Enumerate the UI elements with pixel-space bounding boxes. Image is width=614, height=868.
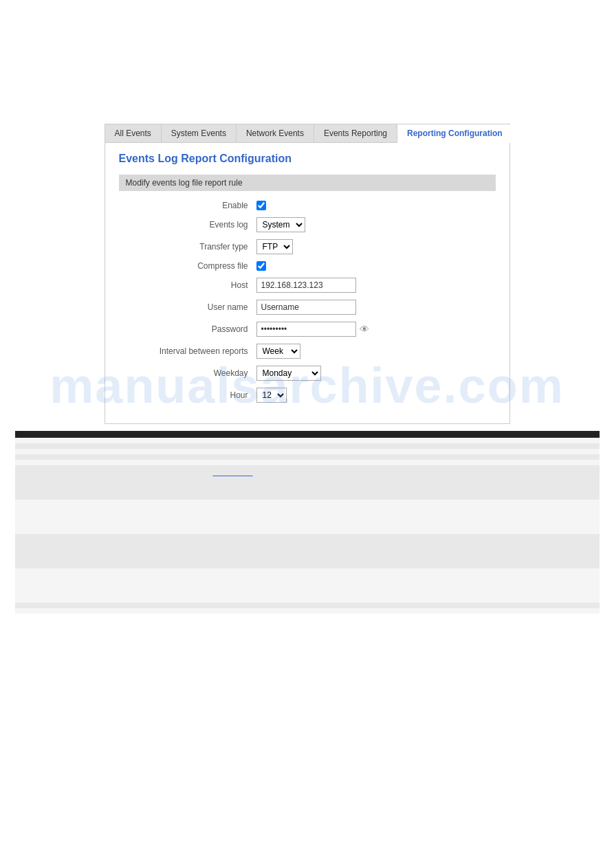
username-label: User name <box>119 302 256 312</box>
hour-select[interactable]: 12 123 456 789 101113 141516 171819 2021… <box>256 388 287 403</box>
cell-num <box>15 608 36 614</box>
password-wrapper: 👁 <box>256 322 369 337</box>
cell-num <box>15 449 36 454</box>
col-header-num <box>15 431 36 438</box>
password-row: Password 👁 <box>119 322 496 337</box>
cell-cat <box>36 534 111 568</box>
table-row <box>15 465 600 500</box>
cell-sub <box>111 460 208 465</box>
col-header-sub <box>111 431 208 438</box>
compress-file-checkbox[interactable] <box>256 261 266 271</box>
cell-desc <box>208 438 600 443</box>
interval-label: Interval between reports <box>119 346 256 356</box>
table-row <box>15 454 600 460</box>
col-header-desc <box>208 431 600 438</box>
cell-cat <box>36 443 111 449</box>
table-row <box>15 443 600 449</box>
cell-num <box>15 438 36 443</box>
show-password-icon[interactable]: 👁 <box>360 324 369 335</box>
cell-num <box>15 534 36 568</box>
table-row <box>15 460 600 465</box>
cell-sub <box>111 449 208 454</box>
cell-sub <box>111 438 208 443</box>
weekday-label: Weekday <box>119 368 256 378</box>
password-label: Password <box>119 324 256 334</box>
cell-desc <box>208 500 600 534</box>
cell-desc <box>208 465 600 500</box>
table-link[interactable] <box>213 468 253 476</box>
cell-desc <box>208 454 600 460</box>
enable-row: Enable <box>119 201 496 210</box>
table-row <box>15 438 600 443</box>
username-row: User name <box>119 300 496 315</box>
cell-num <box>15 603 36 608</box>
cell-desc <box>208 534 600 568</box>
cell-sub <box>111 454 208 460</box>
cell-cat <box>36 460 111 465</box>
cell-cat <box>36 465 111 500</box>
bottom-table <box>15 431 600 614</box>
tab-reporting-configuration[interactable]: Reporting Configuration <box>397 124 512 143</box>
cell-cat <box>36 603 111 608</box>
cell-num <box>15 454 36 460</box>
tab-bar: All Events System Events Network Events … <box>105 124 509 143</box>
weekday-row: Weekday Monday Tuesday Wednesday Thursda… <box>119 366 496 381</box>
enable-checkbox[interactable] <box>256 201 266 210</box>
section-header: Modify events log file report rule <box>119 175 496 191</box>
cell-sub <box>111 465 208 500</box>
transfer-type-select[interactable]: FTP <box>256 239 293 254</box>
panel-title: Events Log Report Configuration <box>119 153 496 165</box>
compress-file-row: Compress file <box>119 261 496 271</box>
table-row <box>15 608 600 614</box>
panel-body: Events Log Report Configuration Modify e… <box>105 143 509 423</box>
cell-sub <box>111 534 208 568</box>
cell-cat <box>36 568 111 603</box>
cell-desc <box>208 568 600 603</box>
cell-num <box>15 500 36 534</box>
cell-cat <box>36 500 111 534</box>
cell-sub <box>111 443 208 449</box>
enable-label: Enable <box>119 201 256 210</box>
table-row <box>15 449 600 454</box>
weekday-select[interactable]: Monday Tuesday Wednesday Thursday Friday… <box>256 366 321 381</box>
cell-desc <box>208 603 600 608</box>
tab-system-events[interactable]: System Events <box>162 124 237 142</box>
cell-desc <box>208 460 600 465</box>
cell-num <box>15 460 36 465</box>
cell-num <box>15 443 36 449</box>
cell-cat <box>36 454 111 460</box>
hour-row: Hour 12 123 456 789 101113 141516 171819… <box>119 388 496 403</box>
table-row <box>15 534 600 568</box>
tab-all-events[interactable]: All Events <box>105 124 162 142</box>
bottom-table-area <box>15 431 600 614</box>
cell-sub <box>111 500 208 534</box>
cell-cat <box>36 608 111 614</box>
host-row: Host <box>119 278 496 293</box>
username-input[interactable] <box>256 300 356 315</box>
tab-events-reporting[interactable]: Events Reporting <box>314 124 397 142</box>
cell-desc <box>208 443 600 449</box>
transfer-type-label: Transfer type <box>119 242 256 252</box>
col-header-cat <box>36 431 111 438</box>
table-row <box>15 568 600 603</box>
cell-sub <box>111 603 208 608</box>
cell-cat <box>36 449 111 454</box>
cell-desc <box>208 449 600 454</box>
cell-desc <box>208 608 600 614</box>
events-log-select[interactable]: System <box>256 217 305 232</box>
compress-file-label: Compress file <box>119 261 256 271</box>
transfer-type-row: Transfer type FTP <box>119 239 496 254</box>
cell-cat <box>36 438 111 443</box>
tab-network-events[interactable]: Network Events <box>237 124 314 142</box>
interval-select[interactable]: Week Day Month <box>256 344 300 359</box>
hour-label: Hour <box>119 390 256 400</box>
cell-num <box>15 465 36 500</box>
host-input[interactable] <box>256 278 356 293</box>
table-row <box>15 500 600 534</box>
table-row <box>15 603 600 608</box>
events-log-label: Events log <box>119 220 256 230</box>
host-label: Host <box>119 280 256 290</box>
config-panel: All Events System Events Network Events … <box>105 124 510 424</box>
cell-num <box>15 568 36 603</box>
password-input[interactable] <box>256 322 356 337</box>
